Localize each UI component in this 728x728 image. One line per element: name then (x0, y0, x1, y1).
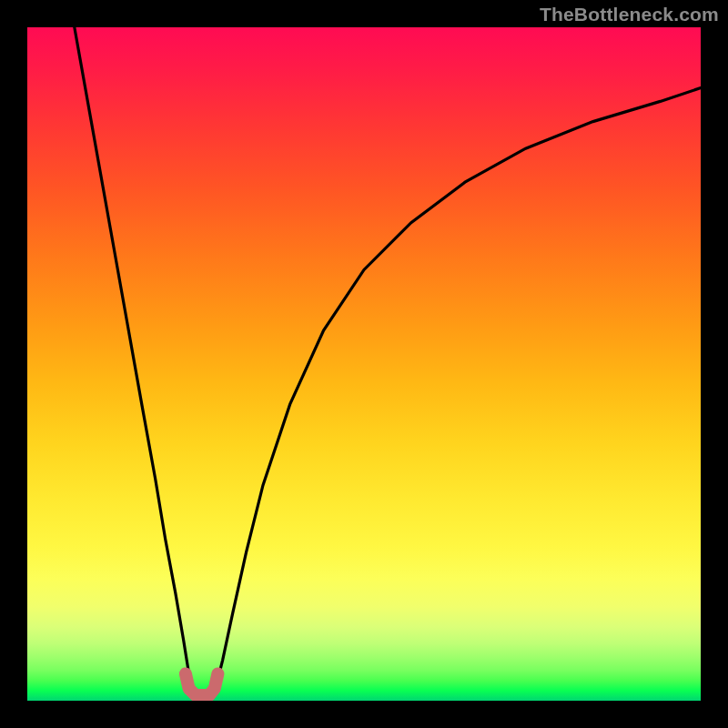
bottom-bump (186, 673, 218, 695)
plot-area (27, 27, 701, 701)
curves-layer (27, 27, 701, 701)
right-curve (216, 88, 701, 688)
chart-container: TheBottleneck.com (0, 0, 728, 728)
watermark-text: TheBottleneck.com (540, 4, 719, 25)
left-curve (75, 27, 193, 687)
